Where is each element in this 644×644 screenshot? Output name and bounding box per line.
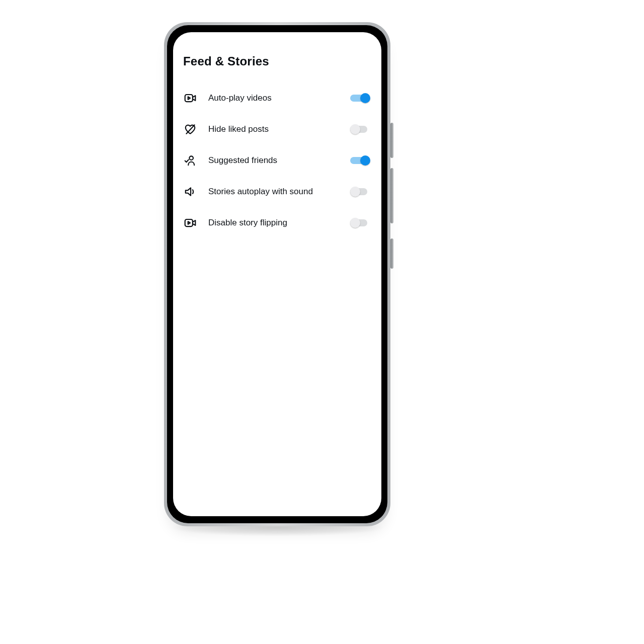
- setting-label: Stories autoplay with sound: [208, 187, 350, 197]
- settings-panel: Feed & Stories Auto-play videos: [173, 32, 381, 238]
- speaker-icon: [183, 185, 197, 199]
- video-play-icon: [183, 91, 197, 105]
- hardware-button: [390, 123, 393, 158]
- svg-rect-0: [185, 95, 193, 102]
- svg-rect-3: [185, 219, 193, 226]
- hardware-button: [390, 238, 393, 269]
- heart-off-icon: [183, 122, 197, 136]
- toggle-autoplay-videos[interactable]: [350, 93, 370, 103]
- toggle-hide-liked-posts[interactable]: [350, 124, 370, 134]
- phone-bezel: Feed & Stories Auto-play videos: [167, 25, 387, 523]
- phone-frame: Feed & Stories Auto-play videos: [164, 22, 390, 526]
- setting-label: Auto-play videos: [208, 93, 350, 103]
- toggle-stories-sound[interactable]: [350, 187, 370, 197]
- setting-label: Disable story flipping: [208, 218, 350, 228]
- setting-row-stories-sound[interactable]: Stories autoplay with sound: [183, 176, 370, 207]
- person-check-icon: [183, 153, 197, 168]
- toggle-suggested-friends[interactable]: [350, 155, 370, 166]
- setting-label: Suggested friends: [208, 155, 350, 166]
- phone-screen: Feed & Stories Auto-play videos: [173, 32, 381, 516]
- hardware-button: [390, 168, 393, 223]
- page-title: Feed & Stories: [183, 54, 370, 68]
- setting-row-autoplay-videos[interactable]: Auto-play videos: [183, 83, 370, 114]
- svg-point-2: [189, 156, 193, 160]
- stage: Feed & Stories Auto-play videos: [0, 0, 644, 644]
- video-play-icon: [183, 216, 197, 230]
- toggle-disable-story-flipping[interactable]: [350, 218, 370, 228]
- setting-label: Hide liked posts: [208, 124, 350, 134]
- setting-row-suggested-friends[interactable]: Suggested friends: [183, 145, 370, 176]
- setting-row-hide-liked-posts[interactable]: Hide liked posts: [183, 114, 370, 145]
- setting-row-disable-story-flipping[interactable]: Disable story flipping: [183, 207, 370, 238]
